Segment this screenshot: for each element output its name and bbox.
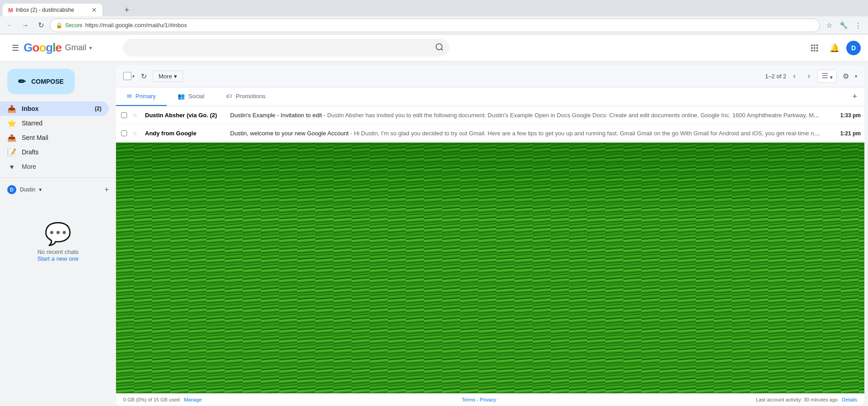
next-page-button[interactable]: › <box>803 70 815 82</box>
tab-title: Inbox (2) - dustincabshe <box>16 7 89 13</box>
svg-rect-3 <box>814 44 815 46</box>
select-dropdown-icon[interactable]: ▾ <box>132 74 135 79</box>
email-sender-1: Dustin Absher (via Go. (2) <box>145 112 227 119</box>
more-chevron-icon: ▾ <box>7 162 16 171</box>
settings-button[interactable]: ⚙ <box>839 69 853 83</box>
sidebar-item-inbox[interactable]: 📥 Inbox (2) <box>0 101 109 116</box>
email-checkbox-2[interactable] <box>120 130 129 136</box>
bookmark-button[interactable]: ☆ <box>823 19 835 32</box>
empty-tab[interactable] <box>102 4 121 16</box>
view-options-button[interactable]: ▾ <box>817 70 837 83</box>
back-button[interactable]: ← <box>4 19 16 32</box>
avatar[interactable]: D <box>846 41 861 55</box>
extensions-button[interactable]: 🔧 <box>837 19 850 32</box>
svg-rect-5 <box>811 47 813 48</box>
sent-label: Sent Mail <box>22 134 101 141</box>
email-footer: 0 GB (0%) of 15 GB used Manage Terms - P… <box>116 393 864 406</box>
menu-button[interactable]: ⋮ <box>852 19 864 32</box>
chat-bubble-icon: 💬 <box>44 223 72 245</box>
tab-promotions[interactable]: 🏷 Promotions <box>215 87 276 106</box>
more-toolbar-button[interactable]: More ▾ <box>153 71 183 82</box>
email-time-2: 1:21 pm <box>825 130 861 137</box>
active-tab[interactable]: M Inbox (2) - dustincabshe ✕ <box>3 4 102 16</box>
address-bar[interactable]: 🔒 Secure <box>50 19 820 32</box>
start-chat-link[interactable]: Start a new one <box>37 255 78 262</box>
search-input[interactable] <box>123 40 429 56</box>
hamburger-menu-button[interactable]: ☰ <box>7 40 24 56</box>
svg-rect-13 <box>822 77 828 78</box>
add-tab-button[interactable]: + <box>845 87 864 106</box>
social-tab-label: Social <box>188 93 204 100</box>
terms-link[interactable]: Terms <box>462 397 475 402</box>
add-label-button[interactable]: + <box>105 186 109 194</box>
primary-tab-icon: ✉ <box>127 93 132 100</box>
svg-rect-4 <box>816 44 818 46</box>
storage-text: 0 GB (0%) of 15 GB used <box>123 397 180 402</box>
search-button[interactable] <box>429 39 449 57</box>
drafts-label: Drafts <box>22 148 101 156</box>
manage-link[interactable]: Manage <box>184 397 202 402</box>
svg-rect-7 <box>816 47 818 48</box>
tab-close-button[interactable]: ✕ <box>92 6 97 14</box>
tab-social[interactable]: 👥 Social <box>167 87 215 106</box>
email-row[interactable]: ☆ Andy from Google Dustin, welcome to yo… <box>116 124 864 143</box>
chat-section: 💬 No recent chats Start a new one <box>0 216 116 269</box>
sidebar-item-sent[interactable]: 📤 Sent Mail <box>0 130 109 145</box>
svg-rect-2 <box>811 44 813 46</box>
sidebar-item-starred[interactable]: ⭐ Starred <box>0 116 109 130</box>
email-body-2: Dustin, welcome to your new Google Accou… <box>230 130 821 137</box>
browser-frame: M Inbox (2) - dustincabshe ✕ + ← → ↻ 🔒 S… <box>0 0 868 34</box>
email-body-1: Dustin's Example - Invitation to edit - … <box>230 112 821 119</box>
inbox-icon: 📥 <box>7 105 16 113</box>
apps-button[interactable] <box>806 40 823 56</box>
url-input[interactable] <box>85 22 814 29</box>
email-star-2[interactable]: ☆ <box>132 130 141 137</box>
promotions-tab-label: Promotions <box>236 93 265 100</box>
select-all-checkbox[interactable] <box>123 72 131 80</box>
details-link[interactable]: Details <box>842 397 857 402</box>
email-preview-2: - Hi Dustin, I'm so glad you decided to … <box>350 130 821 137</box>
notifications-button[interactable]: 🔔 <box>826 40 843 56</box>
email-list-area: ☆ Dustin Absher (via Go. (2) Dustin's Ex… <box>116 106 864 143</box>
dustin-avatar: D <box>7 185 16 194</box>
sidebar: ✏ COMPOSE 📥 Inbox (2) ⭐ Starred 📤 Sent M… <box>0 62 116 406</box>
more-dropdown-icon: ▾ <box>174 73 177 80</box>
email-star-1[interactable]: ☆ <box>132 112 141 119</box>
dustin-dropdown-icon[interactable]: ▾ <box>39 186 42 193</box>
settings-dropdown-icon[interactable]: ▾ <box>855 74 857 79</box>
gmail-label: Gmail <box>65 43 87 53</box>
gmail-container: ☰ Google Gmail ▾ <box>0 34 868 406</box>
starred-label: Starred <box>22 119 101 127</box>
email-tabs: ✉ Primary 👥 Social 🏷 Promotions + <box>116 87 864 106</box>
new-tab-button[interactable]: + <box>121 4 133 16</box>
prev-page-button[interactable]: ‹ <box>788 70 801 82</box>
search-bar <box>123 39 449 57</box>
sidebar-divider <box>0 177 116 178</box>
select-all-container: ▾ <box>123 72 135 80</box>
compose-button[interactable]: ✏ COMPOSE <box>7 69 75 94</box>
privacy-link[interactable]: Privacy <box>480 397 496 402</box>
tab-favicon: M <box>8 7 13 14</box>
gmail-logo: Google Gmail ▾ <box>24 41 92 55</box>
gmail-body: ✏ COMPOSE 📥 Inbox (2) ⭐ Starred 📤 Sent M… <box>0 62 868 406</box>
reload-button[interactable]: ↻ <box>34 19 47 32</box>
activity-text: Last account activity: 30 minutes ago <box>756 397 838 402</box>
dustin-section: D Dustin ▾ + <box>0 182 116 198</box>
forward-button[interactable]: → <box>19 19 32 32</box>
address-bar-row: ← → ↻ 🔒 Secure ☆ 🔧 ⋮ <box>0 16 868 34</box>
tab-bar: M Inbox (2) - dustincabshe ✕ + <box>0 0 868 16</box>
email-checkbox-1[interactable] <box>120 112 129 118</box>
email-row[interactable]: ☆ Dustin Absher (via Go. (2) Dustin's Ex… <box>116 106 864 124</box>
google-logo-text: Google <box>24 41 62 55</box>
email-preview-1: - Dustin Absher has invited you to edit … <box>323 112 821 119</box>
svg-rect-6 <box>814 47 815 48</box>
tab-primary[interactable]: ✉ Primary <box>116 87 167 106</box>
inbox-count: (2) <box>95 105 101 112</box>
refresh-button[interactable]: ↻ <box>136 69 151 83</box>
sidebar-item-drafts[interactable]: 📝 Drafts <box>0 145 109 159</box>
svg-rect-9 <box>814 50 815 51</box>
gmail-dropdown-icon[interactable]: ▾ <box>89 45 92 51</box>
footer-links: Terms - Privacy <box>462 397 496 402</box>
sidebar-more-button[interactable]: ▾ More <box>0 159 109 174</box>
sent-icon: 📤 <box>7 134 16 142</box>
